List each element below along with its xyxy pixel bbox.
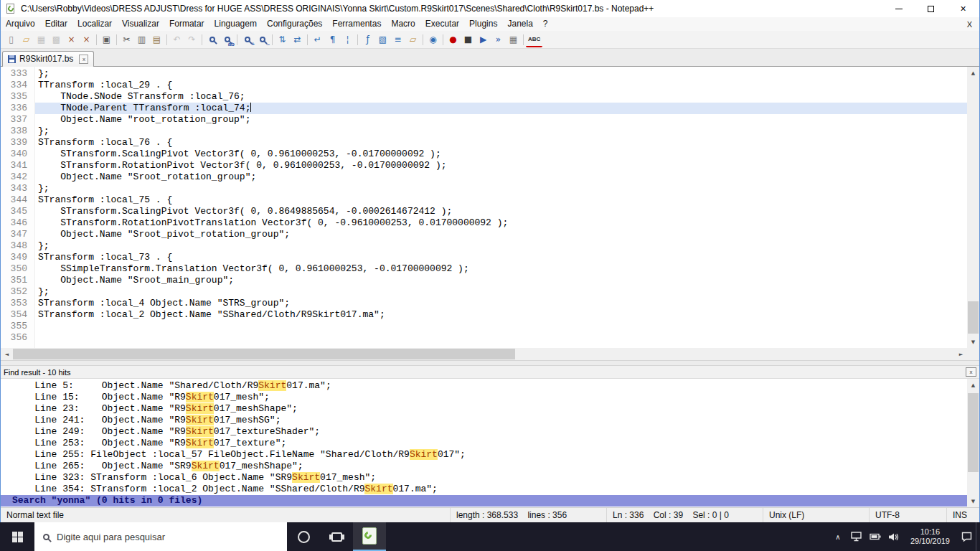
code-line[interactable]: Object.Name "Sroot_pivot_rotation_group"… — [35, 229, 967, 240]
code-line[interactable]: Object.Name "Sroot_rotation_group"; — [35, 171, 967, 183]
spell-check-icon[interactable]: ABC — [526, 32, 542, 47]
find-search-summary[interactable]: Search "yonna" (0 hits in 0 files) — [1, 495, 967, 507]
tab-close-icon[interactable]: x — [79, 55, 88, 64]
notepadpp-taskbar-button[interactable] — [353, 522, 386, 551]
status-eol-format[interactable]: Unix (LF) — [763, 508, 869, 522]
new-file-icon[interactable]: ▯ — [4, 32, 19, 47]
menu-item-editar[interactable]: Editar — [40, 17, 72, 31]
find-result-line[interactable]: Line 265: Object.Name "SR9Skirt017_meshS… — [1, 461, 967, 472]
indent-guide-icon[interactable]: ¦ — [340, 32, 355, 47]
folder-workspace-icon[interactable]: ▱ — [405, 32, 420, 47]
menu-item-plugins[interactable]: Plugins — [464, 17, 502, 31]
code-line[interactable]: STransform.ScalingPivot Vector3f( 0, 0.8… — [35, 206, 967, 217]
find-result-line[interactable]: Line 15: Object.Name "R9Skirt017_mesh"; — [1, 392, 967, 403]
taskbar-search[interactable] — [34, 522, 287, 551]
word-wrap-icon[interactable]: ↵ — [310, 32, 325, 47]
save-all-icon[interactable]: ▩ — [49, 32, 64, 47]
code-line[interactable]: STransform :local_2 Object.Name "SShared… — [35, 309, 967, 321]
code-line[interactable]: STransform.RotationPivotTranslation Vect… — [35, 217, 967, 229]
code-line[interactable]: STransform.ScalingPivot Vector3f( 0, 0.9… — [35, 149, 967, 160]
find-result-line[interactable]: Line 354: STransform :local_2 Object.Nam… — [1, 484, 967, 495]
find-result-line[interactable]: Line 5: Object.Name "Shared/Cloth/R9Skir… — [1, 380, 967, 392]
close-file-icon[interactable]: × — [64, 32, 79, 47]
code-line[interactable]: }; — [35, 126, 967, 137]
save-macro-icon[interactable]: ▦ — [506, 32, 521, 47]
close-all-icon[interactable]: × — [79, 32, 94, 47]
scroll-down-arrow[interactable]: ▼ — [967, 495, 979, 507]
scroll-down-arrow[interactable]: ▼ — [967, 336, 979, 348]
code-line[interactable]: STransform :local_73 . { — [35, 252, 967, 263]
menu-item-visualizar[interactable]: Visualizar — [117, 17, 164, 31]
find-result-line[interactable]: Line 253: Object.Name "R9Skirt017_textur… — [1, 438, 967, 449]
undo-icon[interactable]: ↶ — [169, 32, 184, 47]
menu-item-formatar[interactable]: Formatar — [164, 17, 209, 31]
find-results-close-button[interactable]: x — [966, 367, 976, 377]
find-result-line[interactable]: Line 255: FileObject :local_57 FileObjec… — [1, 449, 967, 461]
find-result-line[interactable]: Line 249: Object.Name "R9Skirt017_textur… — [1, 426, 967, 438]
code-line[interactable]: }; — [35, 183, 967, 194]
network-icon[interactable] — [847, 522, 866, 551]
menu-item-help[interactable]: ? — [538, 17, 553, 31]
menu-item-arquivo[interactable]: Arquivo — [1, 17, 40, 31]
maximize-button[interactable] — [915, 0, 947, 17]
cortana-button[interactable] — [287, 522, 320, 551]
find-result-line[interactable]: Line 23: Object.Name "R9Skirt017_meshSha… — [1, 403, 967, 415]
scrollbar-thumb[interactable] — [13, 349, 515, 359]
code-line[interactable]: SSimpleTransform.Translation Vector3f( 0… — [35, 263, 967, 275]
code-line[interactable]: TNode.SNode STransform :local_76; — [35, 91, 967, 103]
code-line[interactable]: Object.Name "Sroot_main_group"; — [35, 275, 967, 286]
doc-map-icon[interactable]: ▧ — [375, 32, 390, 47]
zoom-out-icon[interactable]: – — [255, 32, 270, 47]
play-macro-icon[interactable]: ▶ — [476, 32, 491, 47]
show-desktop-button[interactable] — [976, 522, 980, 551]
code-line[interactable] — [35, 321, 967, 332]
menubar-close-button[interactable]: X — [960, 20, 979, 29]
code-line[interactable]: }; — [35, 68, 967, 80]
tab-r9skirt017[interactable]: R9Skirt017.bs x — [2, 51, 94, 67]
menu-item-executar[interactable]: Executar — [420, 17, 464, 31]
open-folder-icon[interactable]: ▱ — [19, 32, 34, 47]
volume-icon[interactable] — [885, 522, 903, 551]
run-multiple-icon[interactable]: » — [491, 32, 506, 47]
start-button[interactable] — [0, 522, 34, 551]
tray-expand-button[interactable]: ∧ — [829, 522, 847, 551]
print-icon[interactable]: ▣ — [99, 32, 114, 47]
taskbar-clock[interactable]: 10:16 29/10/2019 — [903, 527, 957, 546]
menu-item-macro[interactable]: Macro — [386, 17, 420, 31]
cut-icon[interactable]: ✂ — [119, 32, 134, 47]
code-line[interactable]: STransform :local_4 Object.Name "STRS_gr… — [35, 298, 967, 309]
editor-vertical-scrollbar[interactable]: ▲ ▼ — [967, 67, 979, 348]
code-line[interactable]: }; — [35, 240, 967, 252]
menu-item-localizar[interactable]: Localizar — [72, 17, 117, 31]
status-insert-mode[interactable]: INS — [946, 508, 979, 522]
code-line[interactable]: TTransform :local_29 . { — [35, 80, 967, 91]
paste-icon[interactable]: ▤ — [149, 32, 164, 47]
copy-icon[interactable]: ▥ — [134, 32, 149, 47]
code-area[interactable]: };TTransform :local_29 . { TNode.SNode S… — [35, 67, 967, 348]
find-icon[interactable] — [204, 32, 220, 47]
minimize-button[interactable] — [882, 0, 915, 17]
find-result-line[interactable]: Line 241: Object.Name "R9Skirt017_meshSG… — [1, 415, 967, 426]
scroll-up-arrow[interactable]: ▲ — [967, 67, 979, 79]
doc-list-icon[interactable]: ≡ — [390, 32, 405, 47]
scroll-left-arrow[interactable]: ◄ — [1, 348, 13, 360]
action-center-button[interactable] — [957, 522, 976, 551]
show-all-chars-icon[interactable]: ¶ — [325, 32, 340, 47]
menu-item-janela[interactable]: Janela — [502, 17, 537, 31]
sync-horizontal-icon[interactable]: ⇄ — [290, 32, 305, 47]
battery-icon[interactable] — [866, 522, 885, 551]
function-list-icon[interactable]: ƒ — [360, 32, 375, 47]
scroll-right-arrow[interactable]: ► — [955, 348, 967, 360]
code-line[interactable]: STransform :local_76 . { — [35, 137, 967, 149]
editor-horizontal-scrollbar[interactable]: ◄ ► — [1, 348, 967, 360]
find-result-line[interactable]: Line 323: STransform :local_6 Object.Nam… — [1, 472, 967, 484]
replace-icon[interactable]: ab — [220, 32, 235, 47]
scrollbar-thumb[interactable] — [968, 393, 979, 472]
code-line[interactable]: STransform.RotationPivot Vector3f( 0, 0.… — [35, 160, 967, 171]
sync-vertical-icon[interactable]: ⇅ — [275, 32, 290, 47]
task-view-button[interactable] — [320, 522, 353, 551]
status-encoding[interactable]: UTF-8 — [869, 508, 946, 522]
panel-splitter[interactable] — [1, 360, 979, 366]
monitoring-icon[interactable]: ◉ — [425, 32, 440, 47]
menu-item-configuracoes[interactable]: Configurações — [262, 17, 327, 31]
